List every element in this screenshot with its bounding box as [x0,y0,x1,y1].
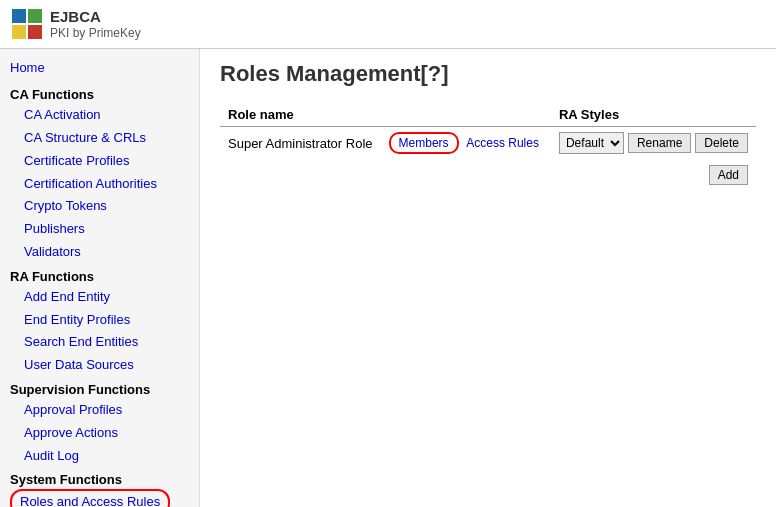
sidebar-item-ca-activation[interactable]: CA Activation [0,104,199,127]
sidebar-item-roles-wrapper: Roles and Access Rules [0,489,199,507]
rename-button[interactable]: Rename [628,133,691,153]
add-row: Add [220,159,756,190]
add-button[interactable]: Add [709,165,748,185]
sidebar: Home CA Functions CA Activation CA Struc… [0,49,200,507]
logo-block-green [28,9,42,23]
logo-subtitle: PKI by PrimeKey [50,26,141,40]
sidebar-item-certification-authorities[interactable]: Certification Authorities [0,173,199,196]
add-row-spacer [220,159,551,190]
sidebar-item-certificate-profiles[interactable]: Certificate Profiles [0,150,199,173]
sidebar-item-publishers[interactable]: Publishers [0,218,199,241]
col-role-name: Role name [220,103,381,127]
sidebar-item-user-data-sources[interactable]: User Data Sources [0,354,199,377]
sidebar-item-end-entity-profiles[interactable]: End Entity Profiles [0,309,199,332]
sidebar-section-system: System Functions [0,467,199,489]
sidebar-item-ca-structure[interactable]: CA Structure & CRLs [0,127,199,150]
sidebar-item-add-end-entity[interactable]: Add End Entity [0,286,199,309]
sidebar-item-approve-actions[interactable]: Approve Actions [0,422,199,445]
logo-text: EJBCA PKI by PrimeKey [50,8,141,40]
sidebar-item-approval-profiles[interactable]: Approval Profiles [0,399,199,422]
logo-block-red [28,25,42,39]
add-row-cell: Add [551,159,756,190]
table-row: Super Administrator Role Members Access … [220,127,756,160]
roles-table: Role name RA Styles Super Administrator … [220,103,756,190]
header: EJBCA PKI by PrimeKey [0,0,776,49]
col-actions [381,103,551,127]
ra-styles-cell: Default Rename Delete [551,127,756,160]
sidebar-item-audit-log[interactable]: Audit Log [0,445,199,468]
logo-block-yellow [12,25,26,39]
delete-button[interactable]: Delete [695,133,748,153]
access-rules-button[interactable]: Access Rules [462,134,543,152]
sidebar-item-roles[interactable]: Roles and Access Rules [10,489,170,507]
logo: EJBCA PKI by PrimeKey [12,8,141,40]
sidebar-item-crypto-tokens[interactable]: Crypto Tokens [0,195,199,218]
layout: Home CA Functions CA Activation CA Struc… [0,49,776,507]
sidebar-section-ca: CA Functions [0,82,199,104]
col-ra-styles: RA Styles [551,103,756,127]
sidebar-item-search-end-entities[interactable]: Search End Entities [0,331,199,354]
role-name-cell: Super Administrator Role [220,127,381,160]
ra-styles-container: Default Rename Delete [559,132,748,154]
main-content: Roles Management[?] Role name RA Styles … [200,49,776,507]
sidebar-section-ra: RA Functions [0,264,199,286]
members-button[interactable]: Members [389,132,459,154]
page-title: Roles Management[?] [220,61,756,87]
sidebar-item-validators[interactable]: Validators [0,241,199,264]
logo-icon [12,9,42,39]
logo-block-blue [12,9,26,23]
actions-cell: Members Access Rules [381,127,551,160]
ra-styles-select[interactable]: Default [559,132,624,154]
logo-title: EJBCA [50,8,141,26]
sidebar-section-supervision: Supervision Functions [0,377,199,399]
add-button-container: Add [559,165,748,185]
role-name: Super Administrator Role [228,136,373,151]
sidebar-item-home[interactable]: Home [0,57,199,80]
